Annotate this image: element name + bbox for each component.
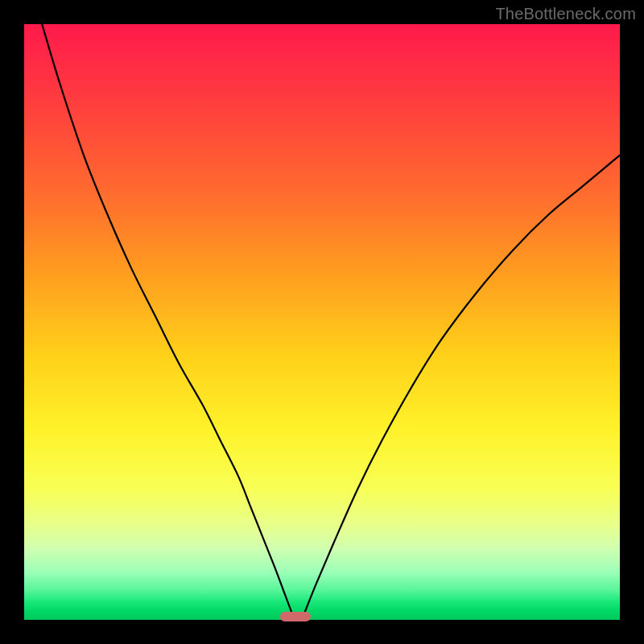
- curve-right-branch: [304, 155, 620, 614]
- watermark-text: TheBottleneck.com: [495, 5, 636, 23]
- curve-left-branch: [42, 24, 292, 614]
- optimum-marker: [280, 612, 311, 621]
- bottleneck-curve: [24, 24, 620, 620]
- chart-frame: TheBottleneck.com: [0, 0, 644, 644]
- plot-area: [24, 24, 620, 620]
